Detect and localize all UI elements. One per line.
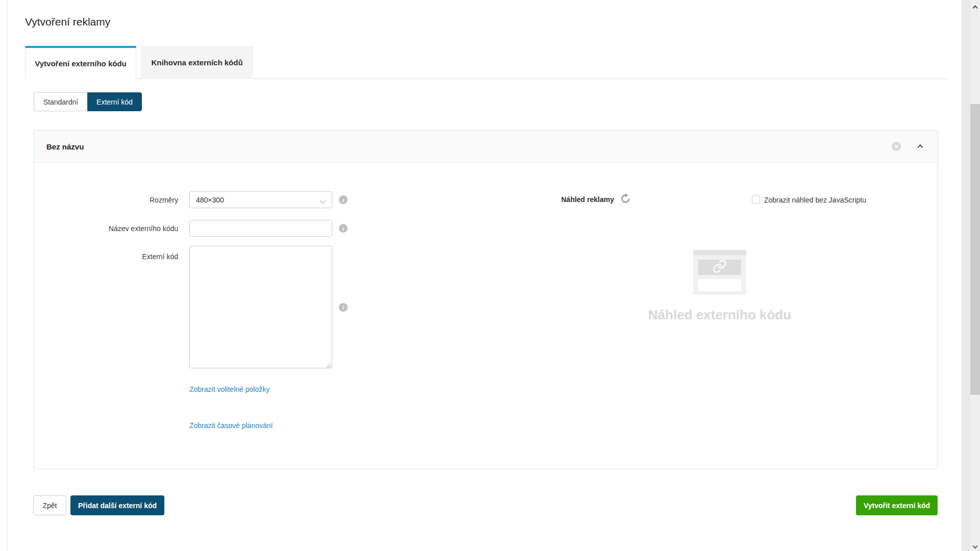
- external-code-area-wrap: [189, 246, 332, 368]
- tab-label: Vytvoření externího kódu: [35, 59, 126, 68]
- tab-bar: Vytvoření externího kódu Knihovna extern…: [25, 46, 947, 79]
- show-preview-without-js-label: Zobrazit náhled bez JavaScriptu: [764, 196, 866, 204]
- tab-external-code-library[interactable]: Knihovna externích kódů: [141, 46, 253, 79]
- link-icon: [713, 259, 727, 276]
- create-external-code-button[interactable]: Vytvořit externí kód: [856, 495, 938, 515]
- external-code-textarea[interactable]: [189, 246, 332, 368]
- placeholder-link-band: [698, 260, 741, 275]
- remove-ad-icon[interactable]: [892, 142, 901, 151]
- refresh-preview-icon[interactable]: [620, 193, 631, 204]
- chevron-up-icon[interactable]: [916, 142, 924, 151]
- info-icon[interactable]: [339, 195, 348, 204]
- ad-type-toggle: Standardní Externí kód: [34, 92, 142, 111]
- toggle-external-code[interactable]: Externí kód: [87, 92, 142, 111]
- dimensions-selected-value: 480×300: [196, 196, 224, 204]
- add-another-external-code-button[interactable]: Přidat další externí kód: [70, 495, 164, 515]
- external-code-label: Externí kód: [34, 246, 178, 261]
- code-name-input[interactable]: [189, 220, 332, 237]
- tab-create-external-code[interactable]: Vytvoření externího kódu: [25, 46, 136, 79]
- code-name-label: Název externího kódu: [34, 224, 178, 233]
- preview-placeholder-text: Náhled externího kódu: [541, 307, 898, 323]
- toggle-label: Externí kód: [96, 98, 133, 106]
- show-time-planning-link[interactable]: Zobrazit časové plánování: [189, 421, 273, 430]
- vertical-scrollbar[interactable]: [970, 0, 980, 551]
- code-name-row: Název externího kódu: [34, 220, 348, 237]
- info-icon[interactable]: [339, 303, 348, 312]
- card-title: Bez názvu: [46, 142, 84, 151]
- external-code-row: Externí kód: [34, 246, 348, 368]
- scroll-up-arrow-icon[interactable]: [972, 3, 978, 9]
- back-button[interactable]: Zpět: [33, 495, 66, 515]
- show-preview-without-js-checkbox[interactable]: [752, 195, 760, 204]
- chevron-down-icon: [320, 197, 326, 206]
- left-edge-divider: [7, 0, 8, 551]
- toggle-label: Standardní: [43, 98, 79, 106]
- dimensions-row: Rozměry 480×300: [34, 191, 348, 208]
- inner-scroll-gutter: [962, 0, 970, 551]
- show-optional-items-link[interactable]: Zobrazit volitelné položky: [189, 385, 270, 393]
- page-title: Vytvoření reklamy: [25, 16, 110, 28]
- tab-label: Knihovna externích kódů: [151, 58, 242, 67]
- dimensions-label: Rozměry: [34, 196, 178, 204]
- preview-label: Náhled reklamy: [512, 195, 614, 204]
- ad-editor-card: Bez názvu Rozměry 480×300 Název externíh…: [34, 130, 938, 469]
- scrollbar-thumb[interactable]: [970, 104, 980, 395]
- preview-placeholder-image: [693, 250, 746, 295]
- info-icon[interactable]: [339, 224, 348, 233]
- scroll-down-arrow-icon[interactable]: [972, 542, 978, 548]
- toggle-standard[interactable]: Standardní: [34, 92, 87, 111]
- placeholder-titlebar: [693, 250, 746, 255]
- card-header[interactable]: Bez názvu: [34, 131, 937, 163]
- placeholder-content-band: [698, 279, 741, 291]
- dimensions-select[interactable]: 480×300: [189, 191, 332, 208]
